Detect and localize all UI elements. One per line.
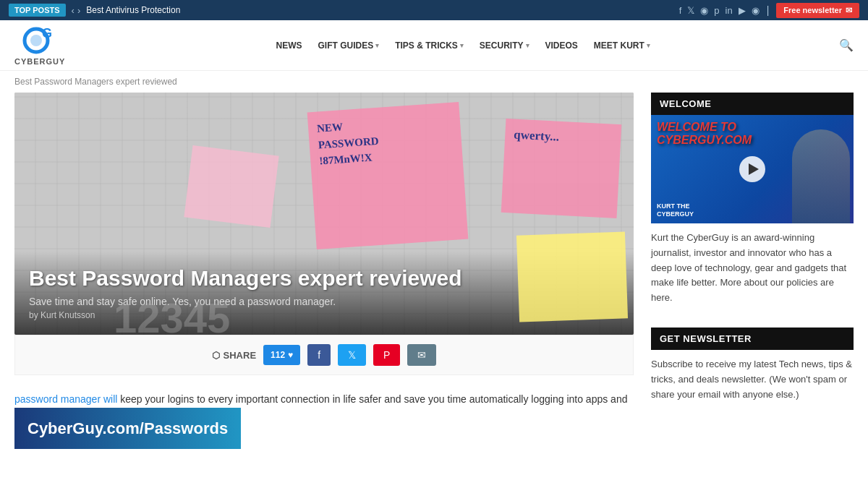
pinterest-icon[interactable]: p	[714, 5, 719, 16]
postit-main: NEWPASSWORD!87MnW!X	[307, 102, 469, 249]
breadcrumb-text: Best Password Managers expert reviewed	[14, 77, 177, 87]
heart-icon: ♥	[288, 350, 293, 360]
nav-news-label: NEWS	[276, 40, 302, 51]
chevron-down-icon: ▾	[526, 42, 529, 49]
prev-arrow[interactable]: ‹	[72, 5, 75, 16]
newsletter-body-text: Subscribe to receive my latest Tech news…	[651, 359, 852, 400]
facebook-share-button[interactable]: f	[307, 344, 331, 366]
postit-small	[184, 145, 278, 228]
divider: |	[767, 4, 770, 16]
top-bar-nav: ‹ ›	[72, 5, 81, 16]
pinterest-share-button[interactable]: P	[373, 344, 400, 366]
sidebar-newsletter-body: Subscribe to receive my latest Tech news…	[651, 350, 854, 409]
postit-yellow	[516, 231, 628, 322]
chevron-down-icon: ▾	[460, 42, 464, 49]
sidebar-newsletter-section: GET NEWSLETTER Subscribe to receive my l…	[651, 328, 854, 409]
social-icons: f 𝕏 ◉ p in ▶ ◉	[679, 5, 760, 16]
share-text: SHARE	[224, 350, 257, 361]
video-welcome-text: WELCOME TOCYBERGUY.COM	[657, 121, 752, 147]
next-arrow[interactable]: ›	[77, 5, 80, 16]
svg-point-1	[30, 35, 42, 46]
share-icon: ⬡	[212, 350, 220, 361]
top-bar: TOP POSTS ‹ › Best Antivirus Protection …	[0, 0, 868, 20]
twitter-share-button[interactable]: 𝕏	[338, 344, 366, 366]
sidebar: WELCOME WELCOME TOCYBERGUY.COM KURT THE	[651, 93, 854, 449]
chevron-down-icon: ▾	[375, 42, 379, 49]
sidebar-welcome-body: Kurt the CyberGuy is an award-winning jo…	[651, 223, 854, 313]
share-count-button[interactable]: 112 ♥	[263, 345, 300, 365]
youtube-icon[interactable]: ▶	[739, 5, 746, 16]
postit-main-text: NEWPASSWORD!87MnW!X	[317, 121, 379, 166]
nav-security[interactable]: SECURITY ▾	[472, 36, 537, 55]
sidebar-welcome-section: WELCOME WELCOME TOCYBERGUY.COM KURT THE	[651, 93, 854, 313]
video-background: WELCOME TOCYBERGUY.COM KURT THECYBERGUY	[651, 115, 854, 223]
nav-gift-guides-label: GIFT GUIDES	[318, 40, 373, 51]
kurt-label: KURT THECYBERGUY	[657, 202, 694, 219]
numbers-watermark: 12345	[114, 294, 230, 335]
nav-gift-guides[interactable]: GIFT GUIDES ▾	[310, 36, 386, 55]
nav-meet-kurt-label: MEET KURT	[594, 40, 644, 51]
nav-meet-kurt[interactable]: MEET KURT ▾	[587, 36, 658, 55]
chevron-down-icon: ▾	[647, 42, 650, 49]
main-layout: NEWPASSWORD!87MnW!X qwerty... 12345 Best…	[0, 93, 868, 449]
password-manager-link[interactable]: password manager will	[14, 393, 117, 405]
pinterest-icon: P	[383, 349, 390, 361]
postit-secondary-text: qwerty...	[514, 128, 560, 144]
welcome-body-text: Kurt the CyberGuy is an award-winning jo…	[651, 232, 846, 303]
site-header: G CYBERGUY NEWS GIFT GUIDES ▾ TIPS & TRI…	[0, 20, 868, 71]
hero-image: NEWPASSWORD!87MnW!X qwerty... 12345 Best…	[14, 93, 634, 335]
nav-security-label: SECURITY	[480, 40, 524, 51]
nav-tips-tricks-label: TIPS & TRICKS	[395, 40, 458, 51]
main-nav: NEWS GIFT GUIDES ▾ TIPS & TRICKS ▾ SECUR…	[94, 36, 832, 55]
breadcrumb: Best Password Managers expert reviewed	[0, 71, 868, 93]
article-column: NEWPASSWORD!87MnW!X qwerty... 12345 Best…	[14, 93, 634, 449]
video-play-button[interactable]	[739, 156, 765, 182]
search-icon[interactable]: 🔍	[839, 38, 854, 52]
play-triangle-icon	[749, 163, 759, 175]
email-icon: ✉	[417, 349, 426, 361]
nav-news[interactable]: NEWS	[268, 36, 309, 55]
twitter-icon[interactable]: 𝕏	[687, 5, 694, 16]
site-logo[interactable]: G CYBERGUY	[14, 25, 65, 66]
nav-videos-label: VIDEOS	[545, 40, 578, 51]
top-bar-right: f 𝕏 ◉ p in ▶ ◉ | Free newsletter ✉	[679, 3, 859, 18]
facebook-icon: f	[318, 349, 320, 361]
cyberguy-banner: CyberGuy.com/Passwords	[14, 408, 241, 449]
email-icon: ✉	[846, 6, 852, 15]
postit-secondary: qwerty...	[501, 119, 622, 218]
nav-videos[interactable]: VIDEOS	[538, 36, 585, 55]
person-photo	[792, 129, 850, 223]
sidebar-newsletter-header: GET NEWSLETTER	[651, 328, 854, 350]
top-bar-left: TOP POSTS ‹ › Best Antivirus Protection	[9, 4, 180, 17]
top-posts-button[interactable]: TOP POSTS	[9, 4, 66, 17]
nav-tips-tricks[interactable]: TIPS & TRICKS ▾	[388, 36, 471, 55]
share-bar: ⬡ SHARE 112 ♥ f 𝕏 P ✉	[14, 335, 634, 375]
logo-svg: G	[22, 25, 58, 57]
svg-text:G: G	[42, 26, 52, 40]
share-count: 112	[271, 350, 285, 360]
linkedin-icon[interactable]: in	[726, 5, 733, 16]
instagram-icon[interactable]: ◉	[700, 5, 708, 16]
top-bar-article-title: Best Antivirus Protection	[86, 5, 180, 15]
rss-icon[interactable]: ◉	[752, 5, 760, 16]
logo-text: CYBERGUY	[14, 57, 65, 66]
share-label: ⬡ SHARE	[212, 350, 257, 361]
newsletter-label: Free newsletter	[783, 6, 842, 14]
sidebar-video-thumbnail[interactable]: WELCOME TOCYBERGUY.COM KURT THECYBERGUY	[651, 115, 854, 223]
email-share-button[interactable]: ✉	[407, 344, 436, 366]
newsletter-button[interactable]: Free newsletter ✉	[776, 3, 859, 18]
twitter-icon: 𝕏	[348, 349, 356, 361]
article-body: CyberGuy.com/Passwords password manager …	[14, 384, 634, 449]
sidebar-welcome-header: WELCOME	[651, 93, 854, 115]
cyberguy-banner-text: CyberGuy.com/Passwords	[27, 419, 228, 437]
facebook-icon[interactable]: f	[679, 5, 682, 16]
